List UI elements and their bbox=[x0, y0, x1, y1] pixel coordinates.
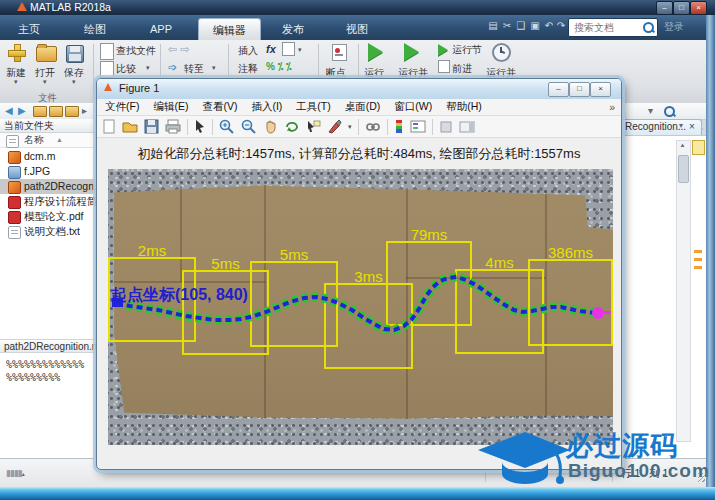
fx-icon[interactable]: fx bbox=[266, 43, 276, 55]
pan-hand-icon[interactable] bbox=[263, 119, 278, 134]
menu-help[interactable]: 帮助(H) bbox=[446, 100, 482, 114]
minimize-button[interactable]: – bbox=[656, 1, 673, 15]
back-icon[interactable]: ◀ bbox=[5, 105, 13, 116]
rotate-3d-icon[interactable] bbox=[284, 119, 300, 134]
new-figure-icon[interactable] bbox=[102, 119, 116, 134]
up-folder-icon[interactable] bbox=[33, 106, 47, 117]
insert-label[interactable]: 插入 bbox=[238, 44, 258, 58]
scrollbar-up-icon[interactable]: ▲ bbox=[678, 142, 687, 151]
close-button[interactable]: × bbox=[690, 1, 707, 15]
qa-cut-icon[interactable]: ✂ bbox=[500, 19, 514, 33]
zoom-in-icon[interactable] bbox=[219, 119, 235, 135]
insert-section-icon[interactable] bbox=[282, 42, 295, 56]
code-analyzer-marker[interactable] bbox=[694, 258, 702, 261]
editor-pane[interactable]: ▲ bbox=[620, 135, 706, 459]
new-caret-icon[interactable]: ▾ bbox=[14, 78, 18, 86]
search-input[interactable] bbox=[572, 20, 644, 35]
save-caret-icon[interactable]: ▾ bbox=[72, 78, 76, 86]
run-and-advance-icon[interactable] bbox=[404, 43, 419, 61]
editor-scrollbar[interactable]: ▲ bbox=[676, 140, 691, 442]
editor-tab-menu-icon[interactable]: ▾ bbox=[679, 121, 683, 130]
menu-tools[interactable]: 工具(T) bbox=[296, 100, 330, 114]
qa-paste-icon[interactable]: ▣ bbox=[528, 19, 542, 33]
run-section-icon[interactable] bbox=[438, 44, 448, 56]
link-plot-icon[interactable] bbox=[365, 119, 381, 134]
folder-icon[interactable] bbox=[65, 106, 79, 117]
menu-overflow-icon[interactable]: » bbox=[609, 101, 615, 113]
menu-view[interactable]: 查看(V) bbox=[202, 100, 237, 114]
code-analyzer-marker[interactable] bbox=[694, 266, 702, 269]
statusbar-grip-icon[interactable]: ▮▮▮▮▴ bbox=[6, 468, 24, 478]
editor-tab-close-icon[interactable]: × bbox=[689, 121, 695, 132]
browse-folder-icon[interactable] bbox=[49, 106, 63, 117]
run-and-time-icon[interactable] bbox=[492, 43, 511, 62]
code-analyzer-marker[interactable] bbox=[694, 250, 702, 253]
search-icon[interactable] bbox=[643, 22, 654, 33]
document-summary-icon[interactable] bbox=[692, 140, 705, 155]
tab-editor[interactable]: 编辑器 bbox=[198, 18, 261, 41]
tab-view[interactable]: 视图 bbox=[332, 18, 382, 40]
tab-home[interactable]: 主页 bbox=[4, 18, 54, 40]
advance-icon[interactable] bbox=[438, 60, 450, 73]
file-row[interactable]: dcm.m bbox=[0, 149, 95, 164]
compare-label[interactable]: 比较 bbox=[116, 62, 136, 76]
comment-icons[interactable]: % ⁒ ⁒ bbox=[266, 61, 292, 72]
tab-plots[interactable]: 绘图 bbox=[70, 18, 120, 40]
insert-colorbar-icon[interactable] bbox=[394, 119, 404, 134]
edit-plot-icon[interactable] bbox=[194, 119, 206, 134]
menu-edit[interactable]: 编辑(E) bbox=[153, 100, 188, 114]
save-figure-icon[interactable] bbox=[144, 119, 159, 134]
qa-redo-icon[interactable]: ↷ bbox=[554, 19, 568, 33]
scrollbar-thumb[interactable] bbox=[678, 155, 689, 183]
editor-tab-label[interactable]: Recognition... bbox=[625, 121, 686, 132]
tab-publish[interactable]: 发布 bbox=[268, 18, 318, 40]
tab-apps[interactable]: APP bbox=[136, 18, 186, 40]
expand-icon[interactable]: ▸ bbox=[82, 105, 87, 116]
run-icon[interactable] bbox=[368, 43, 383, 61]
login-label[interactable]: 登录 bbox=[664, 20, 684, 34]
file-row[interactable]: 说明文档.txt bbox=[0, 224, 95, 239]
qa-save-icon[interactable]: ▤ bbox=[486, 19, 500, 33]
figure-minimize-button[interactable]: – bbox=[548, 82, 569, 97]
run-section-label[interactable]: 运行节 bbox=[452, 43, 482, 57]
menu-desktop[interactable]: 桌面(D) bbox=[345, 100, 381, 114]
hide-plot-tools-icon[interactable] bbox=[439, 120, 453, 134]
file-row[interactable]: 模型论文.pdf bbox=[0, 209, 95, 224]
open-caret-icon[interactable]: ▾ bbox=[43, 78, 47, 86]
file-row[interactable]: 程序设计流程简... bbox=[0, 194, 95, 209]
qa-copy-icon[interactable]: ❑ bbox=[514, 19, 528, 33]
breakpoints-icon[interactable] bbox=[332, 44, 347, 61]
open-icon[interactable] bbox=[36, 46, 57, 62]
maximize-button[interactable]: □ bbox=[673, 1, 690, 15]
menu-window[interactable]: 窗口(W) bbox=[394, 100, 432, 114]
figure-titlebar[interactable]: Figure 1 – □ × bbox=[97, 79, 621, 99]
compare-icon[interactable] bbox=[100, 61, 114, 78]
folderbar-caret-icon[interactable]: ▾ bbox=[648, 105, 653, 116]
folderbar-search-icon[interactable] bbox=[664, 106, 675, 117]
name-column-header[interactable]: 名称 ▲ bbox=[0, 133, 95, 148]
find-file-label[interactable]: 查找文件 bbox=[116, 44, 156, 58]
back-arrow-icon[interactable]: ⇦ ⇨ bbox=[168, 43, 190, 56]
figure-close-button[interactable]: × bbox=[590, 82, 611, 97]
show-plot-tools-icon[interactable] bbox=[459, 120, 475, 134]
save-icon[interactable] bbox=[66, 45, 84, 63]
menu-file[interactable]: 文件(F) bbox=[105, 100, 139, 114]
print-icon[interactable] bbox=[165, 119, 181, 134]
open-file-icon[interactable] bbox=[122, 119, 138, 134]
editor-tab[interactable]: Recognition... ▾ × bbox=[620, 119, 702, 136]
new-script-icon[interactable] bbox=[8, 44, 26, 62]
file-row[interactable]: f.JPG bbox=[0, 164, 95, 179]
forward-icon[interactable]: ▶ bbox=[18, 105, 26, 116]
goto-icon[interactable]: ➩ bbox=[168, 61, 177, 74]
goto-caret-icon[interactable]: ▾ bbox=[212, 64, 216, 72]
menu-insert[interactable]: 插入(I) bbox=[251, 100, 282, 114]
comment-label[interactable]: 注释 bbox=[238, 62, 258, 76]
doc-search-box[interactable] bbox=[568, 18, 658, 37]
advance-label[interactable]: 前进 bbox=[452, 62, 472, 76]
insert-caret-icon[interactable]: ▾ bbox=[298, 46, 302, 54]
insert-legend-icon[interactable] bbox=[410, 119, 426, 134]
find-file-icon[interactable] bbox=[100, 43, 114, 60]
zoom-out-icon[interactable] bbox=[241, 119, 257, 135]
compare-caret-icon[interactable]: ▾ bbox=[146, 64, 150, 72]
goto-label[interactable]: 转至 bbox=[184, 62, 204, 76]
